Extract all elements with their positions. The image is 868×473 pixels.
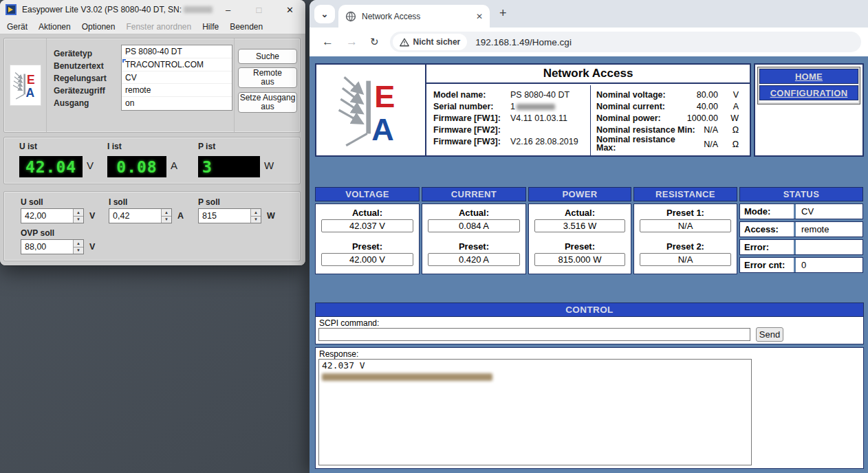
control-header: CONTROL xyxy=(315,302,864,317)
label-regelungsart: Regelungsart xyxy=(54,74,107,83)
tab-title: Network Access xyxy=(362,12,472,21)
p-soll-unit: W xyxy=(267,211,275,221)
model-name-label: Model name: xyxy=(433,90,486,100)
ovp-soll-down-icon[interactable]: ▼ xyxy=(74,248,83,254)
send-button[interactable]: Send xyxy=(756,327,783,342)
setze-ausgang-aus-button[interactable]: Setze Ausgang aus xyxy=(238,92,297,113)
resistance-column: RESISTANCE Preset 1: N/A Preset 2: N/A xyxy=(633,187,737,274)
nominal-power-label: Nominal power: xyxy=(596,113,661,123)
logo-section: E A xyxy=(4,38,47,132)
tab-close-icon[interactable]: ✕ xyxy=(476,12,483,21)
i-soll-input[interactable] xyxy=(109,209,161,223)
p-soll-stepper[interactable]: ▲▼ xyxy=(198,208,261,223)
menu-optionen[interactable]: Optionen xyxy=(76,22,121,32)
nominal-power-value: 1000.00 xyxy=(660,113,718,123)
resistance-preset1-label: Preset 1: xyxy=(634,208,737,218)
home-link[interactable]: HOME xyxy=(759,69,858,84)
menu-aktionen[interactable]: Aktionen xyxy=(33,22,76,32)
back-icon[interactable]: ← xyxy=(322,35,334,49)
ovp-soll-stepper[interactable]: ▲▼ xyxy=(21,239,84,254)
remote-aus-button[interactable]: Remote aus xyxy=(238,67,297,88)
security-label: Nicht sicher xyxy=(413,37,461,47)
ovp-soll-input[interactable] xyxy=(21,240,73,254)
titlebar: Easypower Lite V3.02 (PS 8080-40 DT, SN:… xyxy=(0,0,305,19)
menu-geraet[interactable]: Gerät xyxy=(1,22,33,32)
i-soll-stepper[interactable]: ▲▼ xyxy=(109,208,172,223)
url-text: 192.168.1.49/Home.cgi xyxy=(475,37,572,47)
power-actual-value: 3.516 W xyxy=(534,219,625,232)
list-item-regelungsart[interactable]: CV xyxy=(122,72,232,85)
i-soll-up-icon[interactable]: ▲ xyxy=(162,209,171,217)
resistance-preset2-value: N/A xyxy=(640,253,731,266)
browser-toolbar: ← → ↻ Nicht sicher 192.168.1.49/Home.cgi xyxy=(310,28,868,56)
nominal-voltage-unit: V xyxy=(733,90,739,100)
tab-menu-button[interactable]: ⌄ xyxy=(314,5,335,23)
i-ist-display: 0.08 xyxy=(107,156,166,177)
nominal-res-max-unit: Ω xyxy=(733,140,739,149)
p-soll-label: P soll xyxy=(198,197,220,207)
suche-button[interactable]: Suche xyxy=(238,49,297,64)
ea-logo-small: E A xyxy=(10,65,41,105)
label-geraetetyp: Gerätetyp xyxy=(54,49,92,58)
scpi-command-label: SCPI command: xyxy=(319,318,379,328)
menu-hilfe[interactable]: Hilfe xyxy=(197,22,224,32)
scpi-command-input[interactable] xyxy=(318,328,750,341)
svg-text:A: A xyxy=(25,86,34,100)
u-soll-stepper[interactable]: ▲▼ xyxy=(21,208,84,223)
voltage-header: VOLTAGE xyxy=(315,187,420,201)
security-chip[interactable]: Nicht sicher xyxy=(393,34,468,50)
menu-beenden[interactable]: Beenden xyxy=(224,22,268,32)
svg-text:E: E xyxy=(27,73,35,87)
list-item-ausgang[interactable]: on xyxy=(122,97,232,110)
nominal-voltage-value: 80.00 xyxy=(660,90,718,100)
maximize-icon[interactable]: □ xyxy=(243,0,274,19)
device-buttons: Suche Remote aus Setze Ausgang aus xyxy=(234,38,300,132)
current-preset-label: Preset: xyxy=(422,241,525,252)
list-item-geraetetyp[interactable]: PS 8080-40 DT xyxy=(122,45,232,58)
status-row-mode: Mode: CV xyxy=(739,204,863,219)
actual-values-group: U ist 42.04 V I ist 0.08 A P ist 3 W xyxy=(3,137,301,184)
model-name-value: PS 8080-40 DT xyxy=(510,90,569,100)
u-ist-unit: V xyxy=(87,160,94,171)
nominal-current-unit: A xyxy=(733,102,739,111)
ovp-soll-up-icon[interactable]: ▲ xyxy=(74,240,83,248)
fw3-label: Firmware [FW3]: xyxy=(433,137,501,146)
close-icon[interactable]: ✕ xyxy=(274,0,305,19)
forward-icon: → xyxy=(346,35,358,49)
page-title: Network Access xyxy=(426,65,750,84)
configuration-link[interactable]: CONFIGURATION xyxy=(759,85,858,100)
u-ist-display: 42.04 xyxy=(19,156,83,177)
ea-logo-icon: E A xyxy=(13,69,38,102)
reload-icon[interactable]: ↻ xyxy=(370,36,379,48)
p-soll-up-icon[interactable]: ▲ xyxy=(251,209,261,217)
u-soll-down-icon[interactable]: ▼ xyxy=(74,217,83,223)
address-bar[interactable]: Nicht sicher 192.168.1.49/Home.cgi xyxy=(390,32,861,52)
power-actual-label: Actual: xyxy=(529,208,631,218)
p-soll-input[interactable] xyxy=(199,209,250,223)
tab-network-access[interactable]: Network Access ✕ xyxy=(338,5,490,28)
power-header: POWER xyxy=(528,187,631,201)
serial-number-label: Serial number: xyxy=(433,102,494,111)
list-item-geraetezugriff[interactable]: remote xyxy=(122,84,232,97)
list-item-benutzertext[interactable]: TRACONTROL.COM xyxy=(122,58,232,72)
i-soll-unit: A xyxy=(177,211,184,221)
u-soll-input[interactable] xyxy=(21,209,73,223)
u-soll-label: U soll xyxy=(21,197,43,207)
label-geraetezugriff: Gerätezugriff xyxy=(54,86,105,96)
u-soll-up-icon[interactable]: ▲ xyxy=(74,209,83,217)
chevron-down-icon: ⌄ xyxy=(321,9,329,19)
p-soll-down-icon[interactable]: ▼ xyxy=(251,217,261,223)
status-row-access: Access: remote xyxy=(739,221,863,237)
i-soll-down-icon[interactable]: ▼ xyxy=(162,217,171,223)
fw1-value: V4.11 01.03.11 xyxy=(510,113,567,123)
u-soll-unit: V xyxy=(89,211,95,221)
nominal-res-min-unit: Ω xyxy=(733,125,739,135)
current-actual-label: Actual: xyxy=(422,208,525,218)
window-title: Easypower Lite V3.02 (PS 8080-40 DT, SN: xyxy=(22,5,182,14)
error-cnt-value: 0 xyxy=(796,260,806,270)
new-tab-icon[interactable]: + xyxy=(499,6,507,21)
voltage-actual-value: 42.037 V xyxy=(321,219,413,232)
response-textarea[interactable]: 42.037 V xyxy=(318,359,752,465)
minimize-icon[interactable]: – xyxy=(213,0,243,19)
response-redacted-line xyxy=(322,373,492,381)
